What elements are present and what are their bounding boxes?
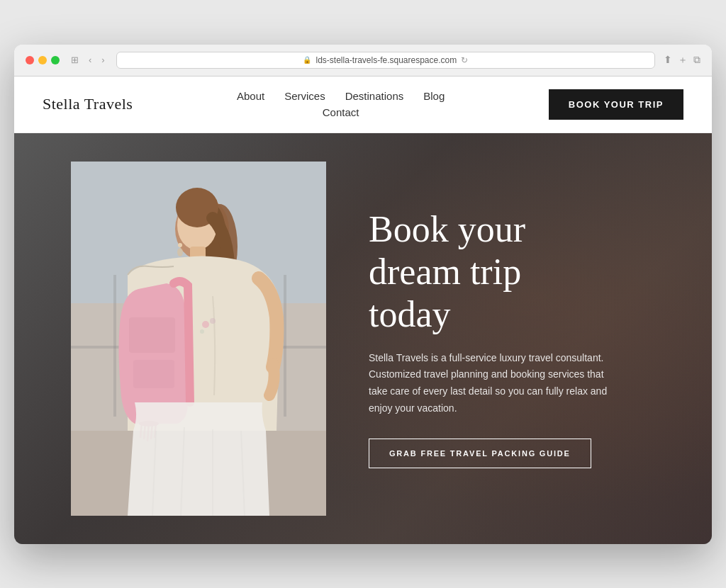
nav-link-services[interactable]: Services xyxy=(284,90,325,102)
nav-link-blog[interactable]: Blog xyxy=(423,90,445,102)
site-header: Stella Travels About Services Destinatio… xyxy=(14,77,712,133)
hero-image xyxy=(71,162,326,516)
browser-nav-controls: ⊞ ‹ › xyxy=(68,53,108,67)
address-bar[interactable]: 🔒 lds-stella-travels-fe.squarespace.com … xyxy=(116,52,655,69)
svg-point-22 xyxy=(177,248,183,256)
tab-overview-icon[interactable]: ⧉ xyxy=(693,54,700,67)
minimize-button[interactable] xyxy=(38,56,47,64)
hero-headline-line2: dream trip xyxy=(369,251,521,292)
browser-action-buttons: ⬆ ＋ ⧉ xyxy=(664,54,700,67)
hero-text-content: Book your dream trip today Stella Travel… xyxy=(369,208,624,468)
hero-image-svg xyxy=(71,162,326,516)
nav-row-top: About Services Destinations Blog xyxy=(237,90,445,102)
share-icon[interactable]: ⬆ xyxy=(664,54,672,67)
svg-point-21 xyxy=(178,243,182,247)
svg-rect-8 xyxy=(284,275,286,417)
url-text: lds-stella-travels-fe.squarespace.com xyxy=(315,55,457,65)
close-button[interactable] xyxy=(26,56,34,64)
hero-headline-line1: Book your xyxy=(369,209,525,249)
hero-headline: Book your dream trip today xyxy=(369,208,624,335)
site-logo: Stella Travels xyxy=(43,95,133,113)
hero-description: Stella Travels is a full-service luxury … xyxy=(369,350,624,417)
nav-link-destinations[interactable]: Destinations xyxy=(345,90,404,102)
browser-chrome: ⊞ ‹ › 🔒 lds-stella-travels-fe.squarespac… xyxy=(14,45,712,77)
book-trip-button[interactable]: BOOK YOUR TRIP xyxy=(549,89,683,120)
packing-guide-button[interactable]: GRAB FREE TRAVEL PACKING GUIDE xyxy=(369,439,591,468)
lock-icon: 🔒 xyxy=(303,56,311,64)
nav-row-bottom: Contact xyxy=(323,106,359,118)
svg-point-15 xyxy=(202,321,209,328)
forward-button[interactable]: › xyxy=(99,53,107,67)
traffic-lights xyxy=(26,56,60,64)
svg-point-16 xyxy=(210,318,216,324)
maximize-button[interactable] xyxy=(51,56,60,64)
nav-link-about[interactable]: About xyxy=(237,90,264,102)
svg-rect-4 xyxy=(113,275,116,417)
svg-rect-19 xyxy=(133,360,174,388)
svg-rect-18 xyxy=(129,317,175,353)
site-nav: About Services Destinations Blog Contact xyxy=(237,90,445,118)
hero-section: Book your dream trip today Stella Travel… xyxy=(14,133,712,544)
back-button[interactable]: ‹ xyxy=(86,53,94,67)
website-content: Stella Travels About Services Destinatio… xyxy=(14,77,712,544)
reload-icon[interactable]: ↻ xyxy=(461,55,468,65)
hero-headline-line3: today xyxy=(369,294,451,334)
svg-point-17 xyxy=(200,329,204,334)
browser-window: ⊞ ‹ › 🔒 lds-stella-travels-fe.squarespac… xyxy=(14,45,712,544)
window-tile-icon[interactable]: ⊞ xyxy=(68,53,82,67)
new-tab-icon[interactable]: ＋ xyxy=(678,54,688,67)
nav-link-contact[interactable]: Contact xyxy=(323,106,359,118)
